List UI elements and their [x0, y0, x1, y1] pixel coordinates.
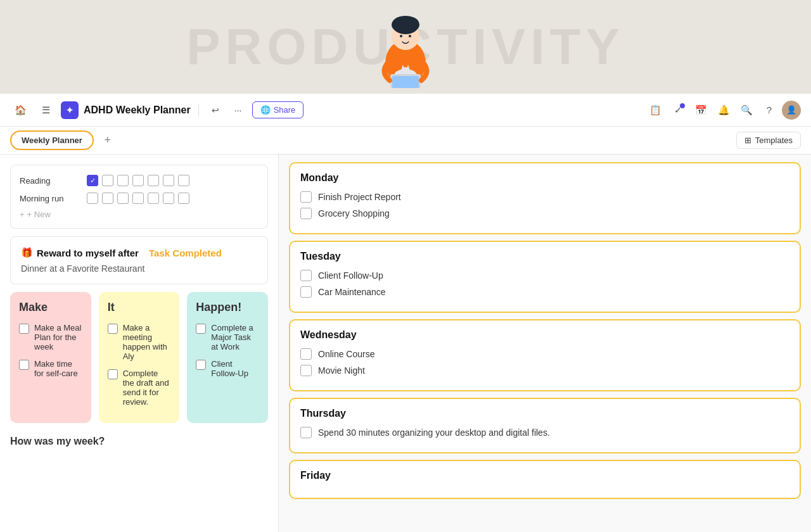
- main-content: Reading Morning run +: [0, 155, 811, 532]
- weekly-planner-tab[interactable]: Weekly Planner: [10, 130, 94, 150]
- day-wednesday-check-0[interactable]: [300, 348, 312, 360]
- day-wednesday-task-1: Movie Night: [318, 365, 365, 376]
- reward-highlight: Task Completed: [149, 248, 222, 258]
- new-label: + New: [27, 210, 51, 219]
- bottom-heading: How was my week?: [10, 431, 268, 452]
- day-monday-title: Monday: [300, 172, 789, 184]
- reward-description: Dinner at a Favorite Restaurant: [21, 263, 257, 274]
- kanban-check-0[interactable]: [19, 324, 29, 334]
- day-wednesday-title: Wednesday: [300, 329, 789, 341]
- banner-illustration: [367, 6, 444, 88]
- kanban-item-0: Make a Meal Plan for the week: [19, 323, 82, 352]
- habit-morning-check-4[interactable]: [148, 193, 159, 204]
- reward-section: 🎁 Reward to myself after Task Completed …: [10, 236, 268, 284]
- kanban-item-text-4: Complete a Major Task at Work: [211, 323, 259, 352]
- menu-icon[interactable]: ☰: [35, 100, 56, 120]
- kanban-check-2[interactable]: [108, 324, 118, 334]
- day-monday-item-1: Grocery Shopping: [300, 208, 789, 219]
- home-icon[interactable]: 🏠: [10, 100, 30, 120]
- day-monday-check-0[interactable]: [300, 191, 312, 203]
- app-title: ADHD Weekly Planner: [84, 104, 191, 116]
- day-thursday-task-0: Spend 30 minutes organizing your desktop…: [318, 428, 550, 438]
- kanban-item-2: Make a meeting happen with Aly: [108, 323, 171, 361]
- kanban-item-3: Complete the draft and send it for revie…: [108, 369, 171, 407]
- day-wednesday-item-0: Online Course: [300, 348, 789, 360]
- reward-prefix: Reward to myself after: [37, 248, 139, 258]
- kanban-item-text-3: Complete the draft and send it for revie…: [123, 369, 171, 407]
- toolbar-separator: [198, 104, 199, 117]
- habit-row-reading: Reading: [20, 172, 259, 189]
- avatar[interactable]: 👤: [782, 101, 801, 120]
- tab-label: Weekly Planner: [22, 136, 82, 145]
- kanban-col-make: Make Make a Meal Plan for the week Make …: [10, 292, 91, 423]
- habit-morning-check-1[interactable]: [102, 193, 113, 204]
- check-badge: [679, 103, 686, 109]
- kanban-item-5: Client Follow-Up: [196, 359, 259, 378]
- day-card-wednesday: Wednesday Online Course Movie Night: [289, 319, 801, 391]
- more-button[interactable]: ···: [229, 101, 247, 119]
- kanban-check-3[interactable]: [108, 369, 118, 379]
- day-card-monday: Monday Finish Project Report Grocery Sho…: [289, 162, 801, 234]
- grid-icon: ⊞: [744, 136, 751, 145]
- habit-reading-check-4[interactable]: [148, 175, 159, 186]
- tabbar: Weekly Planner + ⊞ Templates: [0, 127, 811, 155]
- day-tuesday-task-0: Client Follow-Up: [318, 270, 383, 281]
- kanban-item-text-5: Client Follow-Up: [211, 359, 259, 378]
- kanban-item-4: Complete a Major Task at Work: [196, 323, 259, 352]
- undo-button[interactable]: ↩: [207, 101, 224, 119]
- habit-reading-check-5[interactable]: [163, 175, 174, 186]
- svg-point-11: [409, 35, 411, 37]
- share-label: Share: [274, 105, 296, 115]
- svg-point-10: [400, 35, 402, 37]
- habit-morning-check-5[interactable]: [163, 193, 174, 204]
- templates-button[interactable]: ⊞ Templates: [736, 132, 801, 149]
- day-monday-item-0: Finish Project Report: [300, 191, 789, 203]
- reward-header: 🎁 Reward to myself after Task Completed: [21, 247, 257, 258]
- day-tuesday-task-1: Car Maintenance: [318, 287, 386, 297]
- calendar-icon[interactable]: 📅: [691, 100, 711, 120]
- bell-icon[interactable]: 🔔: [713, 100, 734, 120]
- day-tuesday-check-1[interactable]: [300, 286, 312, 298]
- day-card-thursday: Thursday Spend 30 minutes organizing you…: [289, 398, 801, 453]
- day-thursday-check-0[interactable]: [300, 427, 312, 438]
- day-wednesday-check-1[interactable]: [300, 365, 312, 376]
- toolbar-left: 🏠 ☰ ✦ ADHD Weekly Planner ↩ ··· 🌐 Share: [10, 100, 640, 120]
- habit-row-morning-run: Morning run: [20, 189, 259, 207]
- doc-icon[interactable]: 📋: [645, 100, 665, 120]
- kanban-check-1[interactable]: [19, 360, 29, 370]
- right-panel: Monday Finish Project Report Grocery Sho…: [279, 155, 811, 532]
- day-thursday-item-0: Spend 30 minutes organizing your desktop…: [300, 427, 789, 438]
- kanban-col-happen: Happen! Complete a Major Task at Work Cl…: [187, 292, 268, 423]
- day-friday-title: Friday: [300, 470, 789, 481]
- kanban-check-5[interactable]: [196, 360, 206, 370]
- plus-icon: +: [20, 210, 25, 219]
- day-thursday-title: Thursday: [300, 408, 789, 419]
- day-tuesday-item-0: Client Follow-Up: [300, 270, 789, 281]
- habit-reading-check-3[interactable]: [132, 175, 144, 186]
- share-button[interactable]: 🌐 Share: [252, 101, 304, 118]
- habit-reading-check-6[interactable]: [178, 175, 189, 186]
- habit-morning-check-3[interactable]: [132, 193, 144, 204]
- kanban-col-happen-title: Happen!: [196, 301, 259, 314]
- new-habit-button[interactable]: + + New: [20, 207, 259, 222]
- reward-emoji: 🎁: [21, 247, 33, 258]
- habit-reading-check-0[interactable]: [87, 175, 98, 186]
- kanban-check-4[interactable]: [196, 324, 206, 334]
- habit-reading-check-2[interactable]: [117, 175, 129, 186]
- app-icon: ✦: [61, 101, 79, 119]
- day-tuesday-check-0[interactable]: [300, 270, 312, 281]
- habit-reading-check-1[interactable]: [102, 175, 113, 186]
- help-icon[interactable]: ?: [759, 100, 779, 120]
- day-wednesday-task-0: Online Course: [318, 349, 375, 359]
- day-monday-check-1[interactable]: [300, 208, 312, 219]
- kanban-item-text-2: Make a meeting happen with Aly: [123, 323, 171, 361]
- kanban-col-make-title: Make: [19, 301, 82, 314]
- habit-morning-check-6[interactable]: [178, 193, 189, 204]
- check-icon[interactable]: ✓: [668, 100, 688, 120]
- day-card-tuesday: Tuesday Client Follow-Up Car Maintenance: [289, 241, 801, 313]
- search-icon[interactable]: 🔍: [736, 100, 757, 120]
- habit-morning-check-0[interactable]: [87, 193, 98, 204]
- add-tab-button[interactable]: +: [99, 132, 117, 149]
- svg-point-12: [407, 18, 419, 29]
- habit-morning-check-2[interactable]: [117, 193, 129, 204]
